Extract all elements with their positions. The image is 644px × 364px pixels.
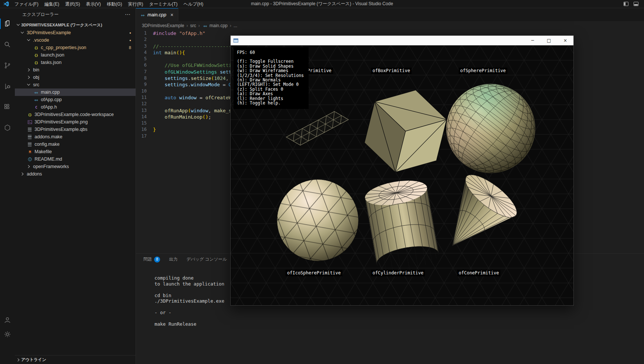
line-number: 14 bbox=[136, 114, 153, 120]
chevron-down-icon bbox=[26, 38, 32, 43]
label-box-primitive: ofBoxPrimitive bbox=[371, 68, 412, 74]
tree-file-3DPrimitivesExample.png[interactable]: 3DPrimitivesExample.png bbox=[15, 118, 136, 126]
panel-tab-debug-console[interactable]: デバッグ コンソール bbox=[186, 254, 227, 265]
json-file-icon: {} bbox=[33, 46, 39, 50]
more-actions-button[interactable]: ⋯ bbox=[125, 11, 130, 18]
chevron-right-icon bbox=[16, 357, 21, 363]
of-gl-viewport[interactable]: ofPlanePrimitive ofBoxPrimitive ofSphere… bbox=[231, 45, 573, 305]
icosphere-primitive bbox=[277, 179, 359, 261]
of-app-icon bbox=[233, 38, 239, 43]
explorer-sidebar: エクスプローラー ⋯ 3DPRIMITIVESEXAMPLE (ワークスペース)… bbox=[15, 8, 136, 364]
minimize-button[interactable]: ─ bbox=[524, 36, 541, 45]
menu-item-run[interactable]: 実行(R) bbox=[125, 1, 146, 7]
chevron-right-icon bbox=[20, 171, 25, 177]
tree-folder-3DPrimitivesExample[interactable]: 3DPrimitivesExample● bbox=[15, 29, 136, 36]
chevron-right-icon bbox=[26, 75, 32, 80]
tree-folder-bin[interactable]: bin bbox=[15, 66, 136, 74]
tree-folder-openFrameworks[interactable]: openFrameworks bbox=[15, 163, 136, 170]
tree-item-label: ofApp.h bbox=[41, 104, 57, 110]
editor-tab-bar: ++ main.cpp × bbox=[136, 8, 644, 21]
line-number: 6 bbox=[136, 62, 153, 68]
json-file-icon: {} bbox=[26, 113, 33, 117]
panel-tab-output[interactable]: 出力 bbox=[169, 254, 178, 265]
line-number: 12 bbox=[136, 101, 153, 107]
tree-file-tasks.json[interactable]: {}tasks.json bbox=[15, 59, 136, 66]
menu-item-terminal[interactable]: ターミナル(T) bbox=[146, 1, 180, 7]
line-number: 1 bbox=[136, 30, 153, 36]
tree-file-config.make[interactable]: config.make bbox=[15, 141, 136, 148]
file-tree: 3DPrimitivesExample●.vscode●{}c_cpp_prop… bbox=[15, 29, 136, 178]
breadcrumb-item[interactable]: ++main.cpp bbox=[202, 23, 228, 28]
tree-item-label: launch.json bbox=[41, 52, 64, 58]
tree-file-ofApp.h[interactable]: CofApp.h bbox=[15, 103, 136, 111]
tree-file-launch.json[interactable]: {}launch.json bbox=[15, 51, 136, 59]
account-icon[interactable] bbox=[0, 313, 15, 327]
help-line: (f): Toggle Fullscreen bbox=[237, 59, 305, 64]
header-file-icon: C bbox=[33, 105, 39, 109]
tree-file-3DPrimitivesExample.qbs[interactable]: 3DPrimitivesExample.qbs bbox=[15, 126, 136, 133]
panel-tab-problems[interactable]: 問題8 bbox=[143, 254, 160, 265]
search-icon[interactable] bbox=[0, 34, 15, 55]
tree-item-label: obj bbox=[33, 75, 39, 80]
menu-item-view[interactable]: 表示(V) bbox=[83, 1, 104, 7]
close-button[interactable]: × bbox=[557, 36, 573, 45]
tree-file-Makefile[interactable]: MMakefile bbox=[15, 148, 136, 155]
layout-panel-icon[interactable] bbox=[633, 1, 639, 7]
close-tab-icon[interactable]: × bbox=[170, 12, 174, 18]
tree-file-addons.make[interactable]: addons.make bbox=[15, 133, 136, 141]
workspace-section-header[interactable]: 3DPRIMITIVESEXAMPLE (ワークスペース) bbox=[15, 21, 136, 29]
generic-file-icon bbox=[26, 128, 33, 132]
json-file-icon: {} bbox=[33, 61, 39, 65]
tree-item-label: bin bbox=[33, 67, 39, 73]
source-control-icon[interactable] bbox=[0, 55, 15, 76]
tree-file-ofApp.cpp[interactable]: ++ofApp.cpp bbox=[15, 96, 136, 103]
line-number: 11 bbox=[136, 94, 153, 101]
of-window-controls: ─ □ × bbox=[524, 36, 573, 45]
problems-count-badge: 8 bbox=[154, 257, 160, 262]
tree-file-c_cpp_properties.json[interactable]: {}c_cpp_properties.json8 bbox=[15, 44, 136, 51]
breadcrumb-item[interactable]: 3DPrimitivesExample bbox=[142, 23, 184, 28]
terminal-line: make RunRelease bbox=[155, 321, 644, 327]
info-file-icon bbox=[26, 157, 33, 162]
modified-dot-icon: ● bbox=[129, 39, 131, 42]
tree-item-label: 3DPrimitivesExample.png bbox=[35, 119, 88, 125]
extensions-icon[interactable] bbox=[0, 97, 15, 117]
explorer-icon[interactable] bbox=[0, 13, 15, 34]
tool-hexagon-icon[interactable] bbox=[0, 117, 15, 138]
menu-bar: ファイル(F)編集(E)選択(S)表示(V)移動(G)実行(R)ターミナル(T)… bbox=[12, 0, 206, 8]
of-app-titlebar[interactable]: ─ □ × bbox=[231, 36, 573, 45]
tree-item-label: c_cpp_properties.json bbox=[41, 45, 86, 50]
tree-folder-.vscode[interactable]: .vscode● bbox=[15, 36, 136, 44]
outline-section-header[interactable]: アウトライン bbox=[15, 355, 136, 364]
help-line: (LEFT/RIGHT): Set Mode 0 bbox=[237, 82, 305, 87]
tree-folder-src[interactable]: src bbox=[15, 81, 136, 88]
menu-item-file[interactable]: ファイル(F) bbox=[12, 1, 41, 7]
tree-item-label: addons bbox=[27, 171, 42, 177]
maximize-button[interactable]: □ bbox=[541, 36, 557, 45]
activity-bar bbox=[0, 8, 15, 364]
cpp-file-icon: ++ bbox=[33, 90, 39, 94]
menu-item-selection[interactable]: 選択(S) bbox=[62, 1, 83, 7]
tree-file-main.cpp[interactable]: ++main.cpp bbox=[15, 88, 136, 96]
problems-badge: 8 bbox=[129, 45, 131, 50]
help-line: (a): Draw Axes bbox=[237, 91, 305, 96]
run-debug-icon[interactable] bbox=[0, 76, 15, 97]
menu-item-help[interactable]: ヘルプ(H) bbox=[180, 1, 206, 7]
breadcrumb-item[interactable]: src bbox=[190, 23, 196, 28]
menu-item-edit[interactable]: 編集(E) bbox=[41, 1, 62, 7]
tree-folder-addons[interactable]: addons bbox=[15, 170, 136, 178]
tree-folder-obj[interactable]: obj bbox=[15, 74, 136, 81]
tree-item-label: ofApp.cpp bbox=[41, 97, 62, 102]
settings-gear-icon[interactable] bbox=[0, 327, 15, 341]
breadcrumb-item[interactable]: ... bbox=[234, 23, 237, 28]
line-number: 8 bbox=[136, 75, 153, 81]
tree-file-README.md[interactable]: README.md bbox=[15, 155, 136, 163]
line-number: 15 bbox=[136, 120, 153, 126]
menu-item-go[interactable]: 移動(G) bbox=[104, 1, 125, 7]
tree-item-label: src bbox=[33, 82, 39, 87]
tree-file-3DPrimitivesExample.code-workspace[interactable]: {}3DPrimitivesExample.code-workspace bbox=[15, 111, 136, 118]
layout-sidebar-icon[interactable] bbox=[623, 1, 629, 7]
tree-item-label: config.make bbox=[35, 142, 59, 147]
tab-main-cpp[interactable]: ++ main.cpp × bbox=[136, 8, 178, 21]
help-line: (h): Toggle help. bbox=[237, 101, 305, 105]
